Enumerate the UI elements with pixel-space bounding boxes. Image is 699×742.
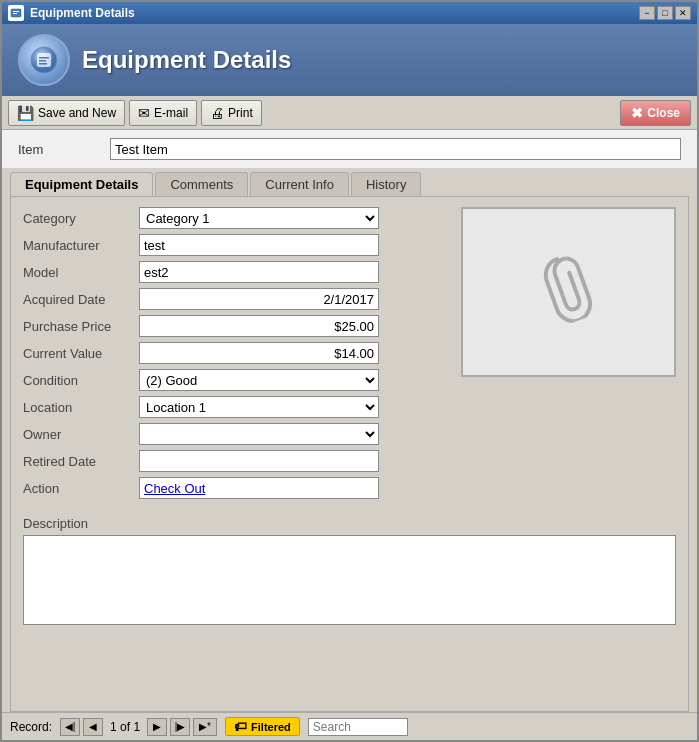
restore-button[interactable]: □ bbox=[657, 6, 673, 20]
title-bar: Equipment Details − □ ✕ bbox=[2, 2, 697, 24]
description-textarea[interactable] bbox=[23, 535, 676, 625]
window-title: Equipment Details bbox=[30, 6, 639, 20]
category-select[interactable]: Category 1 bbox=[139, 207, 379, 229]
checkout-link[interactable]: Check Out bbox=[144, 481, 205, 496]
record-label: Record: bbox=[10, 720, 52, 734]
record-nav: ◀| ◀ 1 of 1 ▶ |▶ ▶* bbox=[60, 718, 217, 736]
item-row: Item bbox=[2, 130, 697, 168]
print-label: Print bbox=[228, 106, 253, 120]
form-fields: Category Category 1 Manufacturer Model bbox=[23, 207, 445, 504]
condition-row: Condition (2) Good bbox=[23, 369, 445, 391]
filter-badge: 🏷 Filtered bbox=[225, 717, 300, 736]
description-label: Description bbox=[23, 516, 676, 531]
manufacturer-row: Manufacturer bbox=[23, 234, 445, 256]
acquired-date-label: Acquired Date bbox=[23, 292, 133, 307]
location-row: Location Location 1 bbox=[23, 396, 445, 418]
model-row: Model bbox=[23, 261, 445, 283]
main-window: Equipment Details − □ ✕ bbox=[0, 0, 699, 742]
image-placeholder bbox=[461, 207, 676, 377]
close-button[interactable]: ✖ Close bbox=[620, 100, 691, 126]
svg-rect-6 bbox=[39, 60, 46, 62]
window-close-button[interactable]: ✕ bbox=[675, 6, 691, 20]
nav-new-button[interactable]: ▶* bbox=[193, 718, 217, 736]
condition-select[interactable]: (2) Good bbox=[139, 369, 379, 391]
filter-label: Filtered bbox=[251, 721, 291, 733]
header-title: Equipment Details bbox=[82, 46, 291, 74]
toolbar: 💾 Save and New ✉ E-mail 🖨 Print ✖ Close bbox=[2, 96, 697, 130]
item-label: Item bbox=[18, 142, 98, 157]
header-band: Equipment Details bbox=[2, 24, 697, 96]
tab-content: Category Category 1 Manufacturer Model bbox=[10, 196, 689, 712]
owner-row: Owner bbox=[23, 423, 445, 445]
nav-next-button[interactable]: ▶ bbox=[147, 718, 167, 736]
acquired-date-input[interactable] bbox=[139, 288, 379, 310]
current-value-row: Current Value bbox=[23, 342, 445, 364]
retired-date-input[interactable] bbox=[139, 450, 379, 472]
save-icon: 💾 bbox=[17, 105, 34, 121]
current-value-input[interactable] bbox=[139, 342, 379, 364]
nav-first-button[interactable]: ◀| bbox=[60, 718, 80, 736]
nav-prev-button[interactable]: ◀ bbox=[83, 718, 103, 736]
email-label: E-mail bbox=[154, 106, 188, 120]
nav-last-button[interactable]: |▶ bbox=[170, 718, 190, 736]
search-input[interactable] bbox=[308, 718, 408, 736]
svg-rect-2 bbox=[13, 13, 17, 14]
action-row: Action Check Out bbox=[23, 477, 445, 499]
close-label: Close bbox=[647, 106, 680, 120]
svg-rect-1 bbox=[13, 11, 19, 12]
form-section: Category Category 1 Manufacturer Model bbox=[23, 207, 676, 504]
condition-label: Condition bbox=[23, 373, 133, 388]
svg-rect-5 bbox=[39, 57, 49, 59]
tab-equipment-details[interactable]: Equipment Details bbox=[10, 172, 153, 196]
close-icon: ✖ bbox=[631, 105, 643, 121]
location-select[interactable]: Location 1 bbox=[139, 396, 379, 418]
action-field: Check Out bbox=[139, 477, 379, 499]
action-label: Action bbox=[23, 481, 133, 496]
retired-date-label: Retired Date bbox=[23, 454, 133, 469]
tabs-container: Equipment Details Comments Current Info … bbox=[2, 168, 697, 712]
retired-date-row: Retired Date bbox=[23, 450, 445, 472]
tab-current-info[interactable]: Current Info bbox=[250, 172, 349, 196]
record-info: 1 of 1 bbox=[110, 720, 140, 734]
purchase-price-row: Purchase Price bbox=[23, 315, 445, 337]
save-new-label: Save and New bbox=[38, 106, 116, 120]
purchase-price-input[interactable] bbox=[139, 315, 379, 337]
manufacturer-label: Manufacturer bbox=[23, 238, 133, 253]
model-label: Model bbox=[23, 265, 133, 280]
acquired-date-row: Acquired Date bbox=[23, 288, 445, 310]
window-icon bbox=[8, 5, 24, 21]
save-new-button[interactable]: 💾 Save and New bbox=[8, 100, 125, 126]
tab-strip: Equipment Details Comments Current Info … bbox=[10, 172, 689, 196]
svg-rect-7 bbox=[39, 63, 47, 65]
minimize-button[interactable]: − bbox=[639, 6, 655, 20]
email-icon: ✉ bbox=[138, 105, 150, 121]
category-row: Category Category 1 bbox=[23, 207, 445, 229]
description-section: Description bbox=[23, 516, 676, 628]
current-value-label: Current Value bbox=[23, 346, 133, 361]
manufacturer-input[interactable] bbox=[139, 234, 379, 256]
email-button[interactable]: ✉ E-mail bbox=[129, 100, 197, 126]
model-input[interactable] bbox=[139, 261, 379, 283]
tab-comments[interactable]: Comments bbox=[155, 172, 248, 196]
item-input[interactable] bbox=[110, 138, 681, 160]
window-controls: − □ ✕ bbox=[639, 6, 691, 20]
print-button[interactable]: 🖨 Print bbox=[201, 100, 262, 126]
paperclip-icon bbox=[531, 245, 606, 338]
print-icon: 🖨 bbox=[210, 105, 224, 121]
header-icon bbox=[18, 34, 70, 86]
tab-history[interactable]: History bbox=[351, 172, 421, 196]
owner-select[interactable] bbox=[139, 423, 379, 445]
owner-label: Owner bbox=[23, 427, 133, 442]
category-label: Category bbox=[23, 211, 133, 226]
purchase-price-label: Purchase Price bbox=[23, 319, 133, 334]
status-bar: Record: ◀| ◀ 1 of 1 ▶ |▶ ▶* 🏷 Filtered bbox=[2, 712, 697, 740]
location-label: Location bbox=[23, 400, 133, 415]
